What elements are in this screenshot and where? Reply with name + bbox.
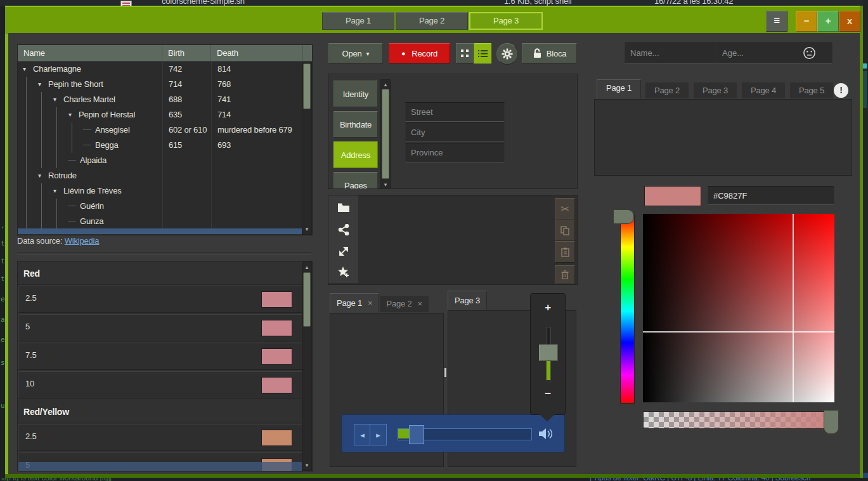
column-header-death[interactable]: Death [211,45,303,62]
list-item[interactable]: 7.5 [18,343,302,370]
alpha-slider-handle[interactable] [824,410,839,434]
warning-badge[interactable]: ! [834,83,848,98]
list-scroll-down-icon[interactable]: ▾ [302,462,311,468]
left-notebook-tabs: Page 1×Page 2× [330,293,444,313]
alpha-slider[interactable] [643,411,836,429]
color-scale-list[interactable]: Red2.557.510Red/Yellow2.55 ▴ ▾ [17,261,313,471]
tab-page-3[interactable]: Page 3 [693,82,737,99]
open-button[interactable]: Open ▾ [328,43,383,63]
stack-scroll-down-icon[interactable]: ▾ [381,181,390,188]
tab-page-2[interactable]: Page 2 [645,82,689,99]
pane-splitter-handle[interactable] [444,368,446,377]
share-icon[interactable] [338,224,349,235]
folder-icon[interactable] [337,202,350,213]
table-row[interactable]: ▾Liévin de Trèves [18,183,312,199]
zoom-in-button[interactable]: + [531,301,565,314]
previous-button[interactable]: ◂ [354,424,371,445]
tree-guide [41,183,52,199]
delete-button[interactable] [555,265,575,284]
color-swatch-preview[interactable] [644,186,701,206]
table-row[interactable]: ▾Pepin of Herstal635714 [18,107,312,122]
expander-icon[interactable]: ▾ [38,77,48,92]
list-view-toggle[interactable] [474,43,491,63]
titlebar-tab-page-1[interactable]: Page 1 [322,12,394,30]
seek-slider-handle[interactable] [409,425,424,444]
star-new-icon[interactable] [337,266,350,279]
grid-view-toggle[interactable] [456,43,474,63]
list-item[interactable]: 10 [18,371,302,399]
table-row[interactable]: Begga615693 [18,138,312,153]
titlebar-tab-page-2[interactable]: Page 2 [396,12,468,30]
maximize-button[interactable]: + [817,11,839,32]
stack-scroll-up-icon[interactable]: ▴ [381,81,390,88]
table-row[interactable]: Guérin [18,199,312,214]
list-scroll-up-icon[interactable]: ▴ [302,264,311,270]
stack-scrollbar[interactable]: ▴ ▾ [380,79,391,189]
tab-page-5[interactable]: Page 5 [789,82,834,99]
province-field[interactable] [405,143,505,162]
zoom-slider-handle[interactable] [539,345,558,361]
city-field[interactable] [405,122,505,142]
volume-icon[interactable] [538,427,554,440]
paste-button[interactable] [555,241,575,263]
list-item[interactable]: 2.5 [18,286,302,313]
sidebar-item-pages[interactable]: Pages [334,172,378,189]
minimize-button[interactable]: − [796,11,817,32]
stack-scrollbar-thumb[interactable] [382,89,389,179]
tab-page-4[interactable]: Page 4 [741,82,786,99]
wikipedia-link[interactable]: Wikipedia [65,236,100,246]
hue-slider[interactable] [620,214,635,404]
hamburger-menu-button[interactable]: ≡ [766,11,787,32]
expander-icon[interactable]: ▾ [53,183,63,199]
notebook-tab-page-2[interactable]: Page 2× [379,295,429,313]
next-button[interactable]: ▸ [370,424,387,445]
tab-close-icon[interactable]: × [417,296,422,312]
record-button[interactable]: ● Record [389,43,450,63]
tab-page-1[interactable]: Page 1 [597,79,641,99]
cut-button[interactable]: ✂ [555,198,575,220]
hex-color-input[interactable] [708,186,834,205]
expander-icon[interactable]: ▾ [38,168,48,183]
notebook-tab-page3[interactable]: Page 3 [448,291,487,310]
list-item[interactable]: 5 [18,314,302,341]
zoom-out-button[interactable]: − [531,388,565,400]
tree-scrollbar[interactable]: ▾ [302,62,312,235]
expander-icon[interactable]: ▾ [68,107,79,122]
expander-icon[interactable]: ▾ [23,62,33,77]
close-button[interactable]: x [839,11,860,32]
table-row[interactable]: ▾Pepin the Short714768 [18,77,312,92]
column-header-name[interactable]: Name [18,45,162,62]
list-scrollbar-thumb[interactable] [303,272,311,327]
settings-button[interactable] [496,43,518,65]
copy-button[interactable] [555,220,575,241]
street-field[interactable] [405,102,505,122]
expand-icon[interactable] [338,246,349,257]
titlebar-tab-page-3[interactable]: Page 3 [469,12,543,30]
table-row[interactable]: ▾Rotrude [18,168,312,183]
sidebar-item-birthdate[interactable]: Birthdate [334,111,378,138]
saturation-value-plane[interactable] [643,214,834,402]
sidebar-item-identity[interactable]: Identity [334,81,378,107]
titlebar[interactable]: Page 1Page 2Page 3 ≡ − + x [5,6,860,34]
notebook-tab-page-1[interactable]: Page 1× [330,293,379,313]
tree-selected-row-partial[interactable] [18,228,302,234]
name-input[interactable] [625,43,725,63]
expander-icon[interactable]: ▾ [53,92,63,107]
sidebar-item-address[interactable]: Address [334,142,378,168]
table-row[interactable]: ▾Charlemagne742814 [18,62,312,77]
list-item[interactable]: 5 [18,452,302,471]
table-row[interactable]: Gunza [18,214,312,229]
tab-close-icon[interactable]: × [368,295,372,312]
table-row[interactable]: Ansegisel602 or 610murdered before 679 [18,122,312,138]
column-header-birth[interactable]: Birth [162,45,211,62]
table-row[interactable]: Alpaida [18,153,312,168]
smiley-icon[interactable] [803,46,816,60]
list-scrollbar[interactable]: ▴ ▾ [302,261,312,471]
family-tree-view[interactable]: Name Birth Death ▾Charlemagne742814▾Pepi… [17,44,313,235]
tree-scroll-down-icon[interactable]: ▾ [302,226,311,232]
tree-scrollbar-thumb[interactable] [303,63,311,109]
list-item[interactable]: 2.5 [18,424,302,451]
lock-button[interactable]: Bloca [522,43,577,63]
hue-slider-handle[interactable] [613,209,634,224]
table-row[interactable]: ▾Charles Martel688741 [18,92,312,107]
